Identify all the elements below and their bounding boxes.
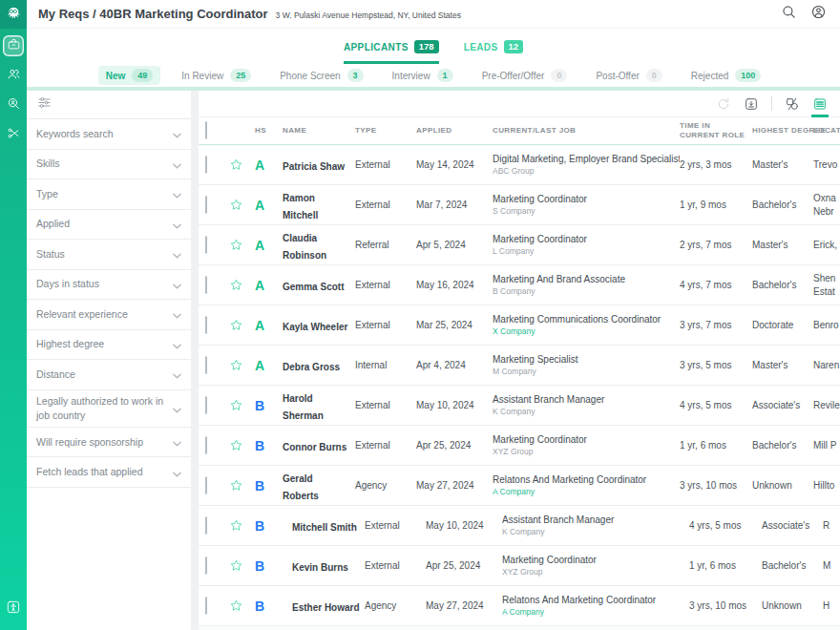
filter-item[interactable]: Applied — [27, 210, 191, 241]
star-icon[interactable] — [229, 238, 252, 252]
applied-date: May 27, 2024 — [426, 599, 502, 612]
search-icon[interactable] — [781, 4, 797, 24]
nav-candidates-item[interactable] — [3, 65, 24, 86]
hs-grade: A — [255, 158, 264, 173]
row-checkbox[interactable] — [205, 196, 207, 214]
filter-item[interactable]: Highest degree — [27, 330, 191, 361]
filter-item[interactable]: Legally authorized to work in job countr… — [27, 390, 191, 428]
pipeline-stage[interactable]: New 49 — [98, 66, 161, 85]
accessibility-button[interactable] — [0, 599, 27, 619]
row-checkbox[interactable] — [205, 356, 207, 374]
row-checkbox[interactable] — [205, 476, 207, 494]
export-button[interactable] — [744, 96, 759, 112]
row-checkbox[interactable] — [205, 236, 207, 254]
filter-item[interactable]: Type — [27, 179, 191, 210]
filter-item[interactable]: Days in status — [27, 270, 191, 301]
row-checkbox[interactable] — [205, 436, 207, 454]
candidate-row[interactable]: A Debra Gross Internal Apr 4, 2024 Marke… — [199, 346, 840, 386]
col-location[interactable]: LOCATION — [813, 126, 840, 136]
table-bottom-strip — [199, 626, 840, 630]
filter-item[interactable]: Fetch leads that applied — [27, 457, 191, 488]
candidate-row[interactable]: B Harold Sherman External May 10, 2024 A… — [199, 386, 840, 426]
star-icon[interactable] — [229, 158, 252, 172]
candidate-name[interactable]: Gerald Roberts — [283, 473, 319, 501]
candidate-row[interactable]: A Gemma Scott External May 16, 2024 Mark… — [199, 265, 840, 305]
row-checkbox[interactable] — [205, 276, 207, 294]
candidate-name[interactable]: Patricia Shaw — [283, 161, 345, 172]
candidate-row[interactable]: A Kayla Wheeler External Mar 25, 2024 Ma… — [199, 305, 840, 346]
candidate-name[interactable]: Connor Burns — [283, 442, 346, 452]
candidate-name[interactable]: Harold Sherman — [283, 393, 324, 421]
filter-item[interactable]: Skills — [27, 150, 191, 180]
col-current-job[interactable]: CURRENT/LAST JOB — [493, 126, 680, 136]
refresh-button[interactable] — [716, 96, 731, 112]
star-icon[interactable] — [229, 278, 252, 292]
company: B Company — [493, 286, 680, 296]
star-icon[interactable] — [229, 358, 252, 372]
star-icon[interactable] — [229, 558, 252, 573]
nav-sourcing-item[interactable] — [3, 94, 24, 116]
filter-item[interactable]: Relevant experience — [27, 300, 191, 330]
select-all-checkbox[interactable] — [205, 121, 207, 139]
star-icon[interactable] — [229, 198, 252, 212]
star-icon[interactable] — [229, 478, 252, 493]
applied-date: Apr 4, 2024 — [416, 359, 493, 371]
row-checkbox[interactable] — [205, 316, 207, 334]
star-icon[interactable] — [229, 318, 252, 332]
candidate-row[interactable]: B Mitchell Smith External May 10, 2024 A… — [199, 506, 840, 546]
col-applied[interactable]: APPLIED — [416, 126, 493, 136]
candidate-row[interactable]: B Esther Howard Agency May 27, 2024 Rela… — [199, 586, 840, 626]
candidate-row[interactable]: A Patricia Shaw External May 14, 2024 Di… — [199, 145, 840, 185]
stage-label: Rejected — [691, 71, 728, 81]
tab-leads[interactable]: LEADS 12 — [464, 29, 523, 64]
pipeline-stage[interactable]: Post-Offer 0 — [588, 66, 669, 85]
nav-pipeline-item[interactable] — [3, 124, 24, 145]
candidate-row[interactable]: A Claudia Robinson Referral Apr 5, 2024 … — [199, 225, 840, 265]
star-icon[interactable] — [229, 598, 252, 613]
candidate-type: Internal — [355, 359, 416, 371]
filter-item[interactable]: Status — [27, 240, 191, 270]
star-icon[interactable] — [229, 518, 252, 533]
job-title: Marketing Specialist — [493, 354, 680, 365]
pipeline-stage[interactable]: Rejected 100 — [683, 66, 769, 85]
candidate-row[interactable]: A Ramon Mitchell External Mar 7, 2024 Ma… — [199, 185, 840, 225]
col-type[interactable]: TYPE — [355, 126, 416, 136]
candidate-row[interactable]: B Gerald Roberts Agency May 27, 2024 Rel… — [199, 466, 840, 506]
row-checkbox[interactable] — [205, 516, 207, 535]
candidate-name[interactable]: Esther Howard — [292, 602, 360, 613]
candidates-table-panel: HS NAME TYPE APPLIED CURRENT/LAST JOB TI… — [199, 91, 840, 630]
filter-settings-button[interactable] — [27, 91, 191, 119]
filter-item[interactable]: Will require sponsorship — [27, 428, 191, 458]
filter-item[interactable]: Distance — [27, 360, 191, 390]
candidate-name[interactable]: Claudia Robinson — [283, 233, 326, 261]
pipeline-stage[interactable]: In Review 25 — [174, 66, 259, 85]
col-highest-degree[interactable]: HIGHEST DEGREE — [752, 126, 813, 136]
pipeline-stage[interactable]: Interview 1 — [385, 66, 461, 85]
candidate-name[interactable]: Kayla Wheeler — [283, 322, 347, 332]
pipeline-stage[interactable]: Pre-Offer/Offer 0 — [474, 66, 576, 85]
star-icon[interactable] — [229, 398, 252, 412]
candidate-name[interactable]: Ramon Mitchell — [283, 193, 318, 220]
candidate-name[interactable]: Mitchell Smith — [292, 522, 357, 533]
card-view-button[interactable] — [785, 96, 800, 112]
nav-positions-item[interactable] — [3, 35, 24, 56]
row-checkbox[interactable] — [205, 597, 207, 615]
breezy-logo-icon[interactable] — [0, 0, 27, 29]
row-checkbox[interactable] — [205, 396, 207, 414]
pipeline-stage[interactable]: Phone Screen 3 — [272, 66, 370, 85]
candidate-row[interactable]: B Connor Burns External Apr 25, 2024 Mar… — [199, 426, 840, 466]
list-view-button[interactable] — [812, 96, 828, 112]
col-hs[interactable]: HS — [252, 126, 283, 136]
row-checkbox[interactable] — [205, 556, 207, 575]
account-icon[interactable] — [810, 4, 827, 24]
col-time-in-role[interactable]: TIME IN CURRENT ROLE — [680, 121, 752, 141]
tab-applicants[interactable]: APPLICANTS 178 — [344, 29, 439, 64]
candidate-row[interactable]: B Kevin Burns External Apr 25, 2024 Mark… — [199, 546, 840, 586]
star-icon[interactable] — [229, 438, 252, 452]
candidate-name[interactable]: Gemma Scott — [283, 282, 344, 292]
filter-item[interactable]: Keywords search — [27, 119, 191, 150]
candidate-name[interactable]: Kevin Burns — [292, 562, 348, 573]
row-checkbox[interactable] — [205, 156, 207, 174]
col-name[interactable]: NAME — [283, 126, 355, 136]
candidate-name[interactable]: Debra Gross — [283, 362, 340, 372]
